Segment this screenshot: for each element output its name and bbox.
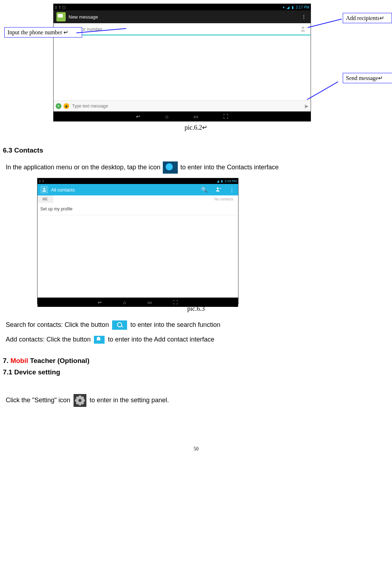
text: Click the "Setting" icon	[6, 396, 72, 403]
text: Search for contacts: Click the button	[6, 321, 111, 328]
paragraph-setting: Click the "Setting" icon to enter in the…	[6, 394, 386, 407]
paragraph-search: Search for contacts: Click the button to…	[6, 320, 386, 330]
paragraph-6-3: In the application menu or on the deskto…	[6, 161, 386, 174]
screenshot-icon[interactable]: ⛶	[173, 300, 178, 305]
section-heading-6-3: 6.3 Contacts	[0, 146, 392, 154]
recent-icon[interactable]: ▭	[147, 300, 152, 305]
svg-point-1	[44, 188, 45, 190]
text: to enter in the setting panel.	[90, 396, 169, 403]
status-left-icons: ▯ ⇧	[39, 179, 45, 183]
back-icon[interactable]: ↩	[98, 300, 102, 305]
text: to enter into the Contacts interface	[180, 164, 278, 171]
contacts-header: All contacts 🔍 ⋮	[37, 184, 238, 195]
status-time: 2:18 PM	[225, 179, 237, 183]
text: to enter into the search function	[130, 321, 220, 328]
signal-icon: ◢	[217, 179, 219, 183]
overflow-menu-icon[interactable]: ⋮	[229, 186, 235, 193]
contacts-icon	[40, 186, 48, 194]
text: Add contacts: Click the button	[6, 336, 91, 343]
battery-icon: ▮	[221, 179, 223, 183]
svg-point-2	[217, 187, 218, 189]
home-icon[interactable]: ⌂	[123, 300, 126, 305]
contacts-empty-body	[37, 215, 238, 298]
text-mobil: Mobil	[10, 357, 28, 364]
status-bar: ▯ ⇧ ◢ ▮ 2:18 PM	[37, 178, 238, 184]
paragraph-add: Add contacts: Click the button to enter …	[6, 334, 386, 345]
text: Teacher (Optional)	[28, 357, 90, 364]
contacts-tabs: ME No contacts	[37, 195, 238, 203]
add-contact-button-icon	[94, 336, 105, 344]
contacts-app-icon	[163, 161, 178, 174]
tab-no-contacts: No contacts	[209, 195, 238, 203]
text: In the application menu or on the deskto…	[6, 164, 162, 171]
add-contact-icon[interactable]	[216, 186, 221, 193]
tab-me[interactable]: ME	[37, 195, 53, 203]
figure-caption-6-3: pic.6.3	[0, 305, 392, 313]
text: 7.	[3, 357, 10, 364]
section-heading-7-1: 7.1 Device setting	[0, 368, 392, 376]
contacts-title: All contacts	[51, 187, 75, 193]
setup-profile-row[interactable]: Set up my profile	[37, 203, 238, 215]
text: to enter into the Add contact interface	[108, 336, 214, 343]
search-button-icon	[112, 320, 127, 330]
search-icon[interactable]: 🔍	[201, 186, 208, 193]
settings-icon	[74, 394, 86, 407]
page-number: 50	[0, 446, 392, 452]
screenshot-contacts: ▯ ⇧ ◢ ▮ 2:18 PM All contacts 🔍 ⋮	[37, 178, 238, 304]
section-heading-7: 7. Mobil Teacher (Optional)	[0, 357, 392, 365]
